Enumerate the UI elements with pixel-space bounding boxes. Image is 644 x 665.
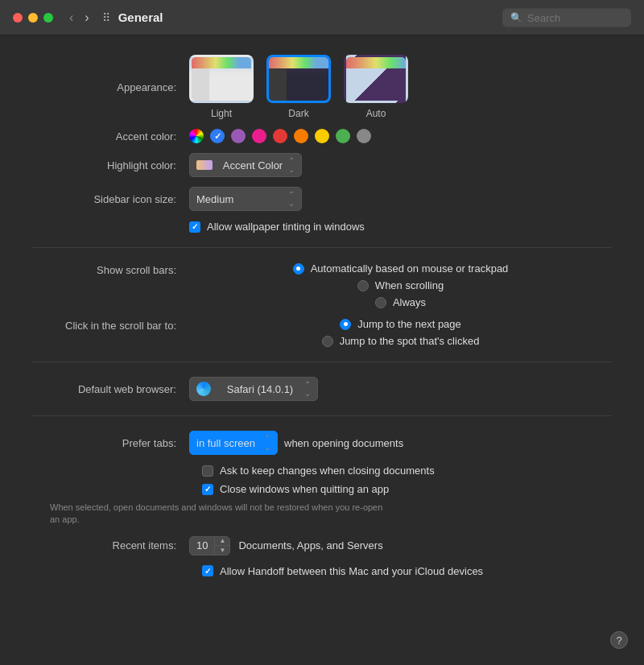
accent-pink[interactable] [252, 129, 266, 143]
scroll-scrolling-radio-circle [357, 280, 369, 291]
recent-items-value: 10 [190, 539, 214, 551]
scroll-scrolling-radio[interactable]: When scrolling [357, 279, 444, 291]
accent-color-label: Accent color: [32, 130, 189, 142]
appearance-option-auto[interactable]: Auto [344, 55, 408, 119]
ask-keep-changes-label: Ask to keep changes when closing documen… [220, 465, 435, 477]
accent-orange[interactable] [294, 129, 308, 143]
maximize-button[interactable] [43, 13, 53, 23]
highlight-color-value: Accent Color [223, 159, 283, 171]
browser-section: Default web browser: Safari (14.0.1) ⌃⌄ [32, 377, 612, 416]
accent-yellow[interactable] [315, 129, 329, 143]
default-browser-select[interactable]: Safari (14.0.1) ⌃⌄ [189, 377, 318, 401]
recent-items-suffix: Documents, Apps, and Servers [238, 539, 382, 551]
appearance-row: Appearance: Light Dark Auto [32, 55, 612, 119]
highlight-chevron-icon: ⌃⌄ [288, 156, 295, 174]
accent-graphite[interactable] [357, 129, 371, 143]
click-scroll-bar-row: Click in the scroll bar to: Jump to the … [32, 318, 612, 347]
scroll-auto-radio-label: Automatically based on mouse or trackpad [311, 262, 509, 275]
appearance-thumb-auto [344, 55, 408, 103]
click-scroll-bar-label: Click in the scroll bar to: [32, 318, 189, 332]
back-arrow[interactable]: ‹ [66, 9, 76, 27]
sidebar-icon-size-select[interactable]: Medium ⌃⌄ [189, 187, 302, 211]
accent-multicolor[interactable] [189, 129, 204, 143]
accent-purple[interactable] [231, 129, 246, 143]
allow-handoff-label: Allow Handoff between this Mac and your … [220, 565, 483, 577]
sidebar-icon-size-content: Medium ⌃⌄ [189, 187, 612, 211]
scroll-auto-radio-circle [293, 263, 304, 275]
search-input[interactable] [527, 11, 623, 23]
allow-handoff-checkbox[interactable]: ✓ Allow Handoff between this Mac and you… [202, 565, 483, 577]
tabs-chevron-icon: ⌃⌄ [264, 434, 270, 452]
close-windows-checkbox[interactable]: ✓ Close windows when quitting an app [202, 483, 389, 495]
minimize-button[interactable] [28, 13, 38, 23]
sidebar-icon-size-row: Sidebar icon size: Medium ⌃⌄ [32, 187, 612, 211]
prefer-tabs-select[interactable]: in full screen ⌃⌄ [189, 431, 278, 455]
close-windows-check-icon: ✓ [204, 485, 211, 494]
show-scroll-bars-label: Show scroll bars: [32, 262, 189, 276]
recent-items-row: Recent items: 10 ▲ ▼ Documents, Apps, an… [32, 536, 612, 556]
nav-arrows: ‹ › [66, 9, 93, 27]
sidebar-icon-size-value: Medium [196, 193, 233, 205]
appearance-option-label-dark: Dark [288, 108, 308, 119]
accent-color-row: Accent color: [32, 129, 612, 143]
stepper-down-button[interactable]: ▼ [215, 546, 229, 555]
stepper-buttons: ▲ ▼ [214, 537, 229, 555]
click-next-page-circle [340, 319, 351, 330]
sidebar-size-chevron-icon: ⌃⌄ [288, 190, 295, 208]
wallpaper-tinting-checkbox[interactable]: ✓ Allow wallpaper tinting in windows [189, 221, 365, 233]
highlight-color-label: Highlight color: [32, 159, 189, 171]
appearance-option-label-auto: Auto [366, 108, 386, 119]
close-windows-row: ✓ Close windows when quitting an app [202, 483, 612, 495]
safari-icon [196, 382, 211, 396]
click-next-page-label: Jump to the next page [357, 318, 461, 330]
prefer-tabs-suffix: when opening documents [284, 437, 403, 449]
prefer-tabs-row: Prefer tabs: in full screen ⌃⌄ when open… [32, 431, 612, 455]
grid-icon[interactable]: ⠿ [102, 11, 110, 24]
traffic-lights [13, 13, 53, 23]
scroll-auto-radio[interactable]: Automatically based on mouse or trackpad [293, 262, 509, 275]
accent-blue[interactable] [210, 129, 225, 143]
default-browser-content: Safari (14.0.1) ⌃⌄ [189, 377, 612, 401]
tabs-section: Prefer tabs: in full screen ⌃⌄ when open… [32, 431, 612, 592]
highlight-color-content: Accent Color ⌃⌄ [189, 153, 612, 177]
allow-handoff-box: ✓ [202, 565, 213, 576]
titlebar: ‹ › ⠿ General 🔍 [0, 0, 644, 35]
wallpaper-tinting-box: ✓ [189, 221, 200, 233]
search-icon: 🔍 [510, 12, 522, 23]
page-title: General [118, 10, 163, 24]
default-browser-row: Default web browser: Safari (14.0.1) ⌃⌄ [32, 377, 612, 401]
help-button[interactable]: ? [610, 631, 628, 649]
ask-keep-changes-checkbox[interactable]: Ask to keep changes when closing documen… [202, 465, 435, 477]
sidebar-icon-size-label: Sidebar icon size: [32, 193, 189, 205]
stepper-up-button[interactable]: ▲ [215, 537, 229, 546]
appearance-option-light[interactable]: Light [189, 55, 254, 119]
highlight-color-select[interactable]: Accent Color ⌃⌄ [189, 153, 302, 177]
scroll-section: Show scroll bars: Automatically based on… [32, 262, 612, 362]
recent-items-stepper[interactable]: 10 ▲ ▼ [189, 536, 230, 556]
show-scroll-bars-row: Show scroll bars: Automatically based on… [32, 262, 612, 308]
ask-keep-changes-box [202, 465, 213, 477]
appearance-thumb-dark [266, 55, 331, 103]
click-next-page-radio[interactable]: Jump to the next page [340, 318, 461, 330]
highlight-color-row: Highlight color: Accent Color ⌃⌄ [32, 153, 612, 177]
click-scroll-bar-options: Jump to the next page Jump to the spot t… [189, 318, 612, 347]
scroll-always-radio[interactable]: Always [375, 296, 426, 308]
show-scroll-bars-options: Automatically based on mouse or trackpad… [189, 262, 612, 308]
scroll-always-radio-label: Always [393, 296, 426, 308]
close-windows-label: Close windows when quitting an app [220, 483, 389, 495]
recent-items-content: 10 ▲ ▼ Documents, Apps, and Servers [189, 536, 612, 556]
wallpaper-tinting-content: ✓ Allow wallpaper tinting in windows [189, 221, 612, 233]
appearance-section: Appearance: Light Dark Auto [32, 55, 612, 248]
scroll-scrolling-radio-label: When scrolling [375, 279, 444, 291]
allow-handoff-row: ✓ Allow Handoff between this Mac and you… [202, 565, 612, 577]
appearance-label: Appearance: [32, 81, 189, 93]
accent-green[interactable] [336, 129, 350, 143]
close-button[interactable] [13, 13, 23, 23]
appearance-option-dark[interactable]: Dark [266, 55, 331, 119]
browser-chevron-icon: ⌃⌄ [304, 380, 311, 398]
accent-red[interactable] [273, 129, 287, 143]
wallpaper-tinting-row: ✓ Allow wallpaper tinting in windows [32, 221, 612, 233]
forward-arrow[interactable]: › [81, 9, 92, 27]
click-spot-radio[interactable]: Jump to the spot that's clicked [322, 335, 480, 347]
search-box[interactable]: 🔍 [502, 8, 631, 27]
